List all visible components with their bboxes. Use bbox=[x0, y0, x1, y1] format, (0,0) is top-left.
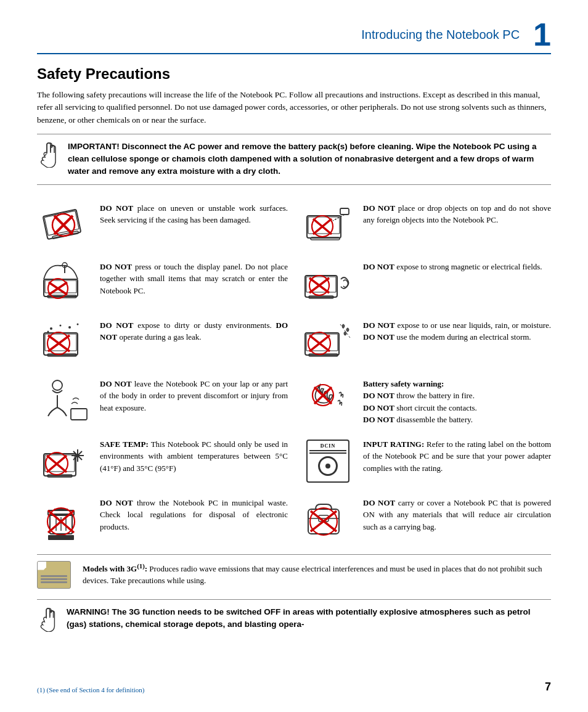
safety-text-liquids: DO NOT expose to or use near liquids, ra… bbox=[363, 319, 551, 343]
icon-display-press bbox=[37, 261, 92, 307]
svg-point-32 bbox=[68, 326, 71, 329]
dcin-label: DCIN bbox=[321, 443, 335, 449]
icon-input-rating: DCIN bbox=[300, 438, 356, 485]
safety-text-display: DO NOT press or touch the display panel.… bbox=[100, 261, 288, 297]
header-title: Introducing the Notebook PC bbox=[361, 28, 520, 42]
safety-item-liquids: DO NOT expose to or use near liquids, ra… bbox=[300, 313, 551, 372]
safety-item-battery: Battery safety warning: DO NOT throw the… bbox=[300, 372, 551, 432]
important-notice: IMPORTANT! Disconnect the AC power and r… bbox=[37, 134, 551, 185]
icon-dirty-env bbox=[37, 319, 92, 366]
safety-item-carry: DO NOT carry or cover a Notebook PC that… bbox=[300, 491, 551, 549]
dcin-icon: DCIN bbox=[306, 440, 349, 483]
svg-point-34 bbox=[47, 330, 49, 332]
safety-item-input-rating: DCIN INPUT RATING: Refer to the rating l… bbox=[300, 432, 551, 491]
hand-icon bbox=[37, 142, 60, 172]
section-title: Safety Precautions bbox=[37, 65, 551, 83]
safety-text-waste: DO NOT throw the Notebook PC in municipa… bbox=[100, 497, 288, 533]
safety-text-lap: DO NOT leave the Notebook PC on your lap… bbox=[100, 378, 288, 414]
svg-point-30 bbox=[50, 327, 52, 330]
safety-grid: DO NOT place on uneven or unstable work … bbox=[37, 196, 551, 549]
sim-card-icon bbox=[37, 561, 74, 592]
warning-hand-icon bbox=[37, 607, 59, 636]
safety-text-uneven: DO NOT place on uneven or unstable work … bbox=[100, 202, 288, 226]
safety-item-lap: DO NOT leave the Notebook PC on your lap… bbox=[37, 372, 288, 432]
icon-safe-temp bbox=[37, 438, 92, 485]
svg-rect-47 bbox=[71, 409, 87, 420]
safety-text-dirty: DO NOT expose to dirty or dusty environm… bbox=[100, 319, 288, 343]
svg-point-31 bbox=[59, 324, 61, 326]
safety-item-drop: DO NOT place or drop objects on top and … bbox=[300, 196, 551, 255]
safety-text-input-rating: INPUT RATING: Refer to the rating label … bbox=[363, 438, 551, 475]
page-header: Introducing the Notebook PC 1 bbox=[37, 18, 551, 54]
safety-item-magnetic: DO NOT expose to strong magnetic or elec… bbox=[300, 255, 551, 313]
footer-footnote: (1) (See end of Section 4 for definition… bbox=[37, 686, 144, 694]
safety-item-display: DO NOT press or touch the display panel.… bbox=[37, 255, 288, 313]
footer-page-number: 7 bbox=[545, 681, 551, 694]
safety-item-waste: DO NOT throw the Notebook PC in municipa… bbox=[37, 491, 288, 549]
intro-paragraph: The following safety precautions will in… bbox=[37, 89, 551, 126]
safety-text-drop: DO NOT place or drop objects on top and … bbox=[363, 202, 551, 226]
page: Introducing the Notebook PC 1 Safety Pre… bbox=[0, 0, 588, 712]
safety-item-uneven: DO NOT place on uneven or unstable work … bbox=[37, 196, 288, 255]
warning-notice: WARNING! The 3G function needs to be swi… bbox=[37, 599, 551, 642]
svg-point-45 bbox=[52, 380, 62, 390]
svg-rect-9 bbox=[340, 208, 349, 215]
icon-lap bbox=[37, 378, 92, 424]
safety-text-carry: DO NOT carry or cover a Notebook PC that… bbox=[363, 497, 551, 533]
safety-text-safe-temp: SAFE TEMP: This Notebook PC should only … bbox=[100, 438, 288, 475]
important-text: IMPORTANT! Disconnect the AC power and r… bbox=[68, 141, 551, 178]
header-page-number: 1 bbox=[533, 18, 551, 51]
icon-drop-objects bbox=[300, 202, 356, 248]
svg-rect-72 bbox=[48, 535, 74, 540]
safety-item-dirty: DO NOT expose to dirty or dusty environm… bbox=[37, 313, 288, 372]
icon-carry bbox=[300, 497, 356, 543]
safety-text-battery: Battery safety warning: DO NOT throw the… bbox=[363, 378, 477, 426]
icon-magnetic bbox=[300, 261, 356, 307]
icon-battery-warning bbox=[300, 378, 356, 424]
safety-item-safe-temp: SAFE TEMP: This Notebook PC should only … bbox=[37, 432, 288, 491]
page-footer: (1) (See end of Section 4 for definition… bbox=[37, 681, 551, 694]
models-3g-section: Models with 3G(1): Produces radio wave e… bbox=[37, 554, 551, 592]
icon-uneven-surface bbox=[37, 202, 92, 248]
svg-point-33 bbox=[76, 323, 78, 325]
icon-liquids bbox=[300, 319, 356, 366]
safety-text-magnetic: DO NOT expose to strong magnetic or elec… bbox=[363, 261, 542, 273]
models-3g-text: Models with 3G(1): Produces radio wave e… bbox=[83, 561, 551, 587]
warning-text: WARNING! The 3G function needs to be swi… bbox=[67, 606, 551, 631]
icon-waste bbox=[37, 497, 92, 543]
